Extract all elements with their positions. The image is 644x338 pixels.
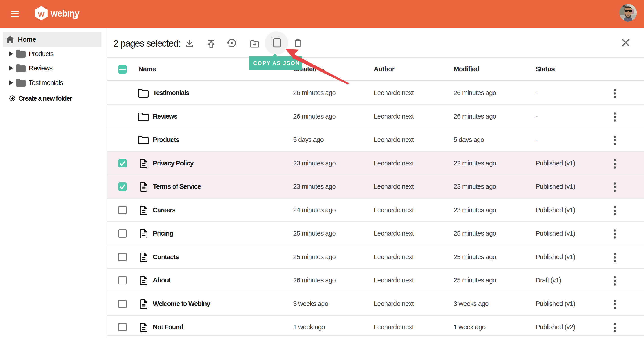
svg-text:w: w [38, 10, 44, 18]
